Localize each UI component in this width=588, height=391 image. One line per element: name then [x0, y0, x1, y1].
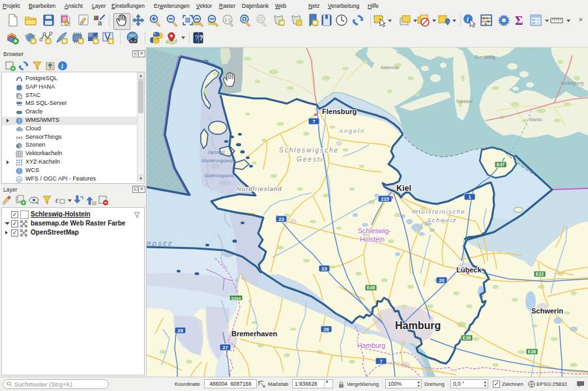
- svg-text:RDSEE: RDSEE: [147, 240, 173, 247]
- svg-text:Aabenraa: Aabenraa: [381, 65, 400, 70]
- svg-text:Svendborg: Svendborg: [475, 55, 495, 60]
- svg-text:✱: ✱: [314, 20, 318, 26]
- svg-text:Angeln: Angeln: [338, 128, 365, 134]
- svg-text:Kiel: Kiel: [396, 184, 411, 193]
- svg-text:Japsand: Japsand: [207, 150, 226, 155]
- svg-text:26: 26: [323, 326, 329, 332]
- svg-text:1: 1: [468, 194, 471, 200]
- svg-text:✱: ✱: [280, 20, 285, 26]
- svg-text:23: 23: [278, 216, 284, 222]
- svg-text:?: ?: [199, 35, 203, 42]
- svg-text:Geest: Geest: [297, 156, 321, 163]
- svg-text:Schleswig-: Schleswig-: [358, 227, 391, 235]
- svg-text:✱: ✱: [63, 39, 67, 44]
- svg-text:Norderoogsand: Norderoogsand: [201, 158, 233, 164]
- svg-text:29: 29: [177, 328, 183, 334]
- svg-text:23: 23: [321, 266, 327, 272]
- svg-text:Maribo: Maribo: [529, 117, 542, 122]
- svg-text:E22: E22: [536, 272, 544, 276]
- svg-text:i: i: [61, 63, 63, 70]
- svg-text:E26: E26: [528, 349, 537, 354]
- svg-text:✱: ✱: [110, 39, 113, 44]
- svg-text:✱: ✱: [80, 39, 83, 44]
- svg-text:ε: ε: [55, 195, 59, 205]
- svg-text:Schwerin: Schwerin: [531, 307, 563, 315]
- svg-text:?: ?: [195, 35, 199, 42]
- svg-text:20: 20: [439, 278, 444, 283]
- svg-text:E47: E47: [497, 162, 505, 167]
- svg-text:215: 215: [381, 196, 389, 202]
- svg-text:Nordfriesland: Nordfriesland: [237, 185, 282, 192]
- svg-text:Schweiz: Schweiz: [427, 216, 457, 224]
- svg-text:✱: ✱: [47, 39, 51, 44]
- svg-text:Holsteinische: Holsteinische: [416, 208, 465, 215]
- svg-text:7: 7: [379, 358, 382, 364]
- svg-text:1:1: 1:1: [225, 18, 231, 22]
- svg-text:E234: E234: [231, 297, 241, 300]
- svg-text:i: i: [467, 16, 469, 23]
- svg-text:Hamburg: Hamburg: [357, 341, 385, 349]
- svg-text:✱: ✱: [32, 39, 36, 44]
- svg-text:7: 7: [312, 119, 315, 124]
- svg-text:E45: E45: [367, 285, 375, 290]
- svg-text:Bremerhaven: Bremerhaven: [231, 330, 278, 338]
- svg-text:E26: E26: [463, 336, 471, 340]
- svg-text:Flensburg: Flensburg: [322, 108, 357, 115]
- svg-text:Süderoogsand: Süderoogsand: [204, 173, 235, 179]
- svg-text:Nakskov: Nakskov: [456, 99, 473, 104]
- svg-text:27: 27: [222, 345, 228, 351]
- svg-text:Vordingborg: Vordingborg: [561, 81, 583, 86]
- svg-text:Holstein: Holstein: [360, 235, 385, 243]
- svg-text:Schleswigsche: Schleswigsche: [279, 147, 339, 154]
- svg-text:W: W: [18, 178, 22, 182]
- svg-text:Σ: Σ: [515, 14, 523, 27]
- svg-text:Hamburg: Hamburg: [395, 320, 441, 331]
- svg-text:✱: ✱: [95, 39, 98, 44]
